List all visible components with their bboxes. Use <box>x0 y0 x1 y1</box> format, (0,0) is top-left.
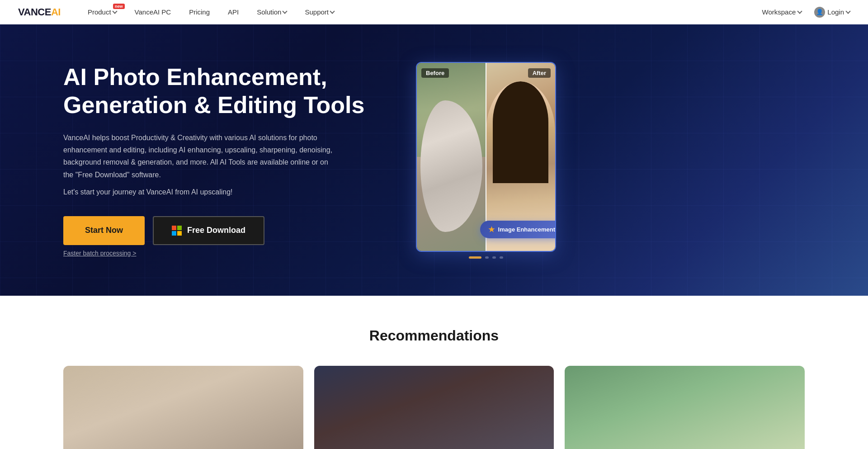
nav-solution[interactable]: Solution <box>248 0 296 24</box>
image-enhancement-badge: ★ Image Enhancement <box>480 221 556 238</box>
nav-right: Workspace 👤 Login <box>762 7 850 18</box>
login-button[interactable]: 👤 Login <box>814 7 850 18</box>
dot-2[interactable] <box>485 256 489 259</box>
woman-hair <box>493 81 548 183</box>
rec-card-1[interactable] <box>63 366 303 449</box>
before-image <box>417 63 486 251</box>
nav-support[interactable]: Support <box>296 0 343 24</box>
recommendations-title: Recommendations <box>63 327 805 344</box>
workspace-button[interactable]: Workspace <box>762 8 802 16</box>
rec-card-3[interactable] <box>565 366 805 449</box>
star-icon: ★ <box>488 225 495 234</box>
after-label: After <box>528 68 551 78</box>
user-avatar-icon: 👤 <box>814 7 825 18</box>
nav-links: Product new VanceAI PC Pricing API Solut… <box>79 0 762 24</box>
free-download-button[interactable]: Free Download <box>153 216 264 245</box>
windows-icon <box>172 226 182 236</box>
nav-vanceai-pc[interactable]: VanceAI PC <box>126 0 180 24</box>
faster-batch-link[interactable]: Faster batch processing > <box>63 250 389 257</box>
dot-3[interactable] <box>492 256 496 259</box>
nav-product[interactable]: Product new <box>79 0 126 24</box>
recommendations-grid <box>63 366 805 449</box>
dot-1[interactable] <box>469 256 481 259</box>
logo-ai: AI <box>51 6 61 18</box>
nav-api[interactable]: API <box>219 0 248 24</box>
start-now-button[interactable]: Start Now <box>63 216 145 245</box>
solution-chevron-icon <box>283 9 288 14</box>
recommendations-section: Recommendations <box>0 296 868 449</box>
hero-subtext: Let's start your journey at VanceAI from… <box>63 188 389 196</box>
support-chevron-icon <box>330 9 335 14</box>
hero-description: VanceAI helps boost Productivity & Creat… <box>63 132 335 181</box>
carousel-dots <box>416 256 556 259</box>
login-chevron-icon <box>845 9 850 14</box>
dot-4[interactable] <box>500 256 503 259</box>
hero-buttons: Start Now Free Download <box>63 216 389 245</box>
before-label: Before <box>421 68 449 78</box>
before-after-card: Before After ★ Image Enhancement <box>416 62 556 252</box>
logo-vance: VANCE <box>18 6 51 18</box>
product-badge: new <box>113 4 125 9</box>
nav-pricing[interactable]: Pricing <box>180 0 219 24</box>
rec-card-2[interactable] <box>314 366 554 449</box>
hero-content: AI Photo Enhancement, Generation & Editi… <box>63 63 389 256</box>
logo-link[interactable]: VANCE AI <box>18 6 61 18</box>
hero-section: AI Photo Enhancement, Generation & Editi… <box>0 24 868 296</box>
workspace-chevron-icon <box>797 9 802 14</box>
hero-image-area: Before After ★ Image Enhancement <box>416 62 556 259</box>
hero-title: AI Photo Enhancement, Generation & Editi… <box>63 63 389 119</box>
navbar: VANCE AI Product new VanceAI PC Pricing … <box>0 0 868 24</box>
product-chevron-icon <box>112 9 117 14</box>
